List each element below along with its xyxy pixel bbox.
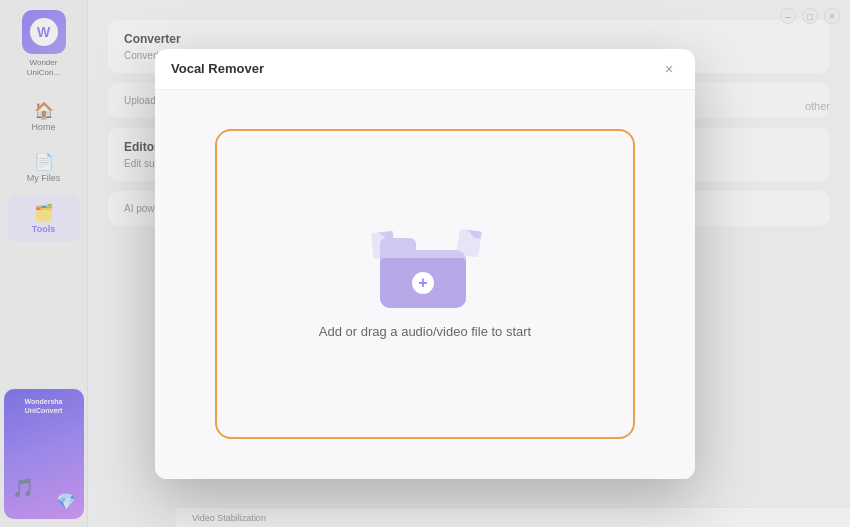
modal-titlebar: Vocal Remover ×	[155, 49, 695, 90]
folder-front: +	[380, 258, 466, 308]
folder-tab	[380, 238, 416, 252]
folder-icon: +	[380, 230, 470, 308]
vocal-remover-modal: Vocal Remover × +	[155, 49, 695, 479]
file-drop-zone[interactable]: + Add or drag a audio/video file to star…	[215, 129, 635, 439]
modal-close-button[interactable]: ×	[659, 59, 679, 79]
folder-plus-icon: +	[412, 272, 434, 294]
drop-zone-text: Add or drag a audio/video file to start	[319, 324, 531, 339]
modal-overlay: Vocal Remover × +	[0, 0, 850, 527]
modal-body: + Add or drag a audio/video file to star…	[155, 90, 695, 479]
modal-title: Vocal Remover	[171, 61, 264, 76]
